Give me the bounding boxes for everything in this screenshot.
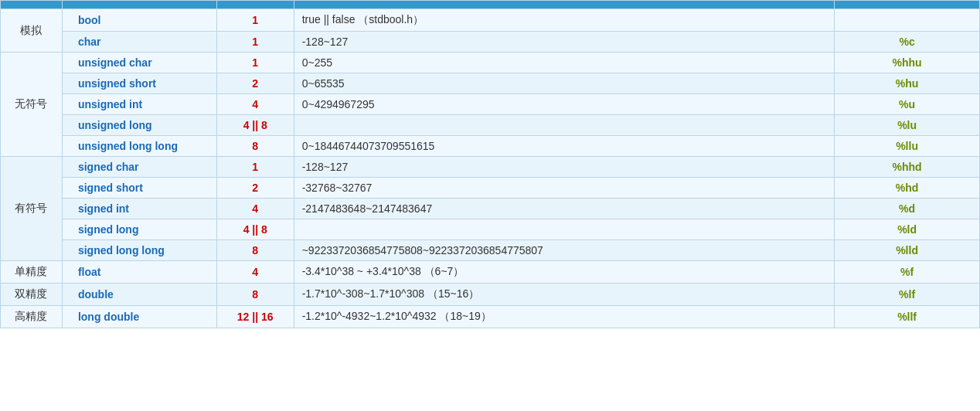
bytes-cell: 4 [216, 94, 294, 115]
bytes-cell: 1 [216, 53, 294, 73]
range-cell: -128~127 [294, 157, 834, 178]
format-cell: %hu [835, 73, 980, 94]
range-cell: true || false （stdbool.h） [294, 9, 834, 32]
format-cell: %c [835, 32, 980, 53]
bytes-cell: 4 || 8 [216, 219, 294, 240]
format-cell: %ld [835, 219, 980, 240]
format-cell: %f [835, 261, 980, 284]
keyword-cell: double [62, 284, 216, 306]
keyword-cell: unsigned short [62, 73, 216, 94]
bytes-cell: 1 [216, 157, 294, 178]
bytes-cell: 1 [216, 9, 294, 32]
range-cell: 0~18446744073709551615 [294, 136, 834, 157]
category-cell: 模拟 [1, 9, 63, 53]
bytes-cell: 4 [216, 199, 294, 219]
format-cell [835, 9, 980, 32]
bytes-cell: 8 [216, 136, 294, 157]
range-cell: -1.2*10^-4932~1.2*10^4932 （18~19） [294, 306, 834, 328]
header-keyword [62, 1, 216, 9]
bytes-cell: 2 [216, 178, 294, 199]
keyword-cell: unsigned long [62, 115, 216, 136]
keyword-cell: signed int [62, 199, 216, 219]
bytes-cell: 8 [216, 284, 294, 306]
format-cell: %llf [835, 306, 980, 328]
bytes-cell: 4 [216, 261, 294, 284]
header-bytes [216, 1, 294, 9]
format-cell: %hhu [835, 53, 980, 73]
format-cell: %hd [835, 178, 980, 199]
format-cell: %lf [835, 284, 980, 306]
range-cell: 0~255 [294, 53, 834, 73]
range-cell: ~9223372036854775808~9223372036854775807 [294, 240, 834, 261]
keyword-cell: unsigned int [62, 94, 216, 115]
range-cell: -3.4*10^38 ~ +3.4*10^38 （6~7） [294, 261, 834, 284]
keyword-cell: float [62, 261, 216, 284]
format-cell: %d [835, 199, 980, 219]
keyword-cell: bool [62, 9, 216, 32]
category-cell: 单精度 [1, 261, 63, 284]
header-col0 [1, 1, 63, 9]
format-cell: %u [835, 94, 980, 115]
bytes-cell: 8 [216, 240, 294, 261]
keyword-cell: signed char [62, 157, 216, 178]
format-cell: %lu [835, 115, 980, 136]
format-cell: %lld [835, 240, 980, 261]
keyword-cell: char [62, 32, 216, 53]
range-cell: -1.7*10^-308~1.7*10^308 （15~16） [294, 284, 834, 306]
bytes-cell: 1 [216, 32, 294, 53]
range-cell: 0~65535 [294, 73, 834, 94]
format-cell: %llu [835, 136, 980, 157]
category-cell: 双精度 [1, 284, 63, 306]
range-cell [294, 219, 834, 240]
bytes-cell: 2 [216, 73, 294, 94]
bytes-cell: 12 || 16 [216, 306, 294, 328]
range-cell: -2147483648~2147483647 [294, 199, 834, 219]
keyword-cell: long double [62, 306, 216, 328]
format-cell: %hhd [835, 157, 980, 178]
header-range [294, 1, 834, 9]
category-cell: 有符号 [1, 157, 63, 261]
bytes-cell: 4 || 8 [216, 115, 294, 136]
header-format [835, 1, 980, 9]
category-cell: 高精度 [1, 306, 63, 328]
keyword-cell: signed long [62, 219, 216, 240]
range-cell: -32768~32767 [294, 178, 834, 199]
keyword-cell: signed long long [62, 240, 216, 261]
keyword-cell: signed short [62, 178, 216, 199]
category-cell: 无符号 [1, 53, 63, 157]
keyword-cell: unsigned char [62, 53, 216, 73]
range-cell [294, 115, 834, 136]
range-cell: -128~127 [294, 32, 834, 53]
keyword-cell: unsigned long long [62, 136, 216, 157]
range-cell: 0~4294967295 [294, 94, 834, 115]
